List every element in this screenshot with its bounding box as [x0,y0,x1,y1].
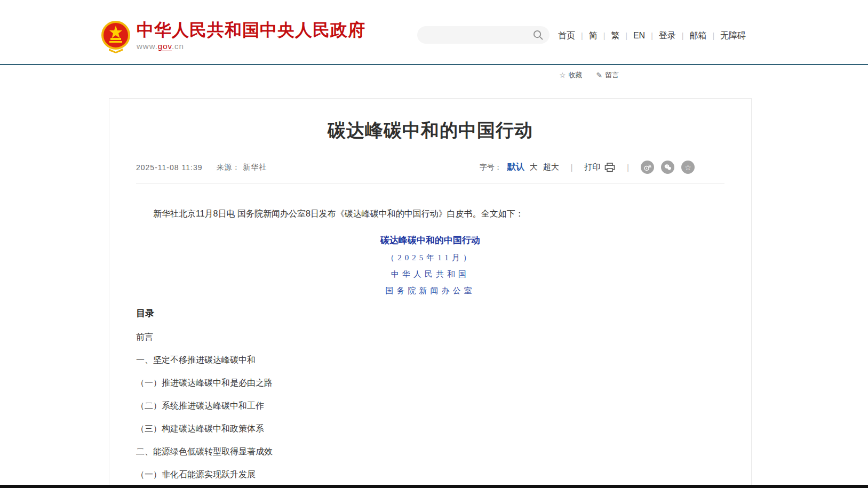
search-icon[interactable] [533,30,543,40]
site-header: 中华人民共和国中央人民政府 www.gov.cn 首页 简 繁 EN 登录 邮箱… [0,0,868,64]
site-url-suffix: .cn [172,42,184,51]
nav-home[interactable]: 首页 [558,30,589,42]
article-card: 碳达峰碳中和的中国行动 2025-11-08 11:39 来源： 新华社 字号：… [109,98,752,488]
toc-item-1-1[interactable]: （一）推进碳达峰碳中和是必由之路 [136,378,724,388]
font-size-default[interactable]: 默认 [507,162,524,173]
font-size-label: 字号： [480,163,502,172]
share-weibo-button[interactable] [641,161,654,174]
doc-author-line1: 中华人民共和国 [136,269,724,279]
nav-mail[interactable]: 邮箱 [689,30,720,42]
site-url[interactable]: www.gov.cn [137,42,365,51]
star-icon: ☆ [559,71,566,79]
article-intro: 新华社北京11月8日电 国务院新闻办公室8日发布《碳达峰碳中和的中国行动》白皮书… [136,207,724,220]
print-button[interactable]: 打印 [584,162,615,172]
nav-traditional[interactable]: 繁 [611,30,633,42]
site-title: 中华人民共和国中央人民政府 [137,20,365,39]
bottom-edge-bar [0,485,868,488]
source-value[interactable]: 新华社 [243,163,267,171]
favorite-button[interactable]: ☆ 收藏 [559,70,583,80]
search-input[interactable] [426,26,529,45]
publish-date: 2025-11-08 11:39 [136,163,202,172]
separator: | [627,163,629,172]
site-url-gov: gov [158,42,172,51]
toc-item-foreword[interactable]: 前言 [136,332,724,342]
print-label: 打印 [584,162,600,172]
font-size-xlarge[interactable]: 超大 [543,162,559,172]
star-circle-icon: ☆ [684,164,691,171]
page-actions: ☆ 收藏 ✎ 留言 [559,70,619,80]
source: 来源： 新华社 [216,163,267,172]
comment-label: 留言 [605,70,619,80]
comment-button[interactable]: ✎ 留言 [596,70,619,80]
site-url-prefix: www. [137,42,158,51]
gov-cn-article-page: { "header": { "site_title": "中华人民共和国中央人民… [0,0,868,488]
site-brand: 中华人民共和国中央人民政府 www.gov.cn [137,20,365,51]
article: 碳达峰碳中和的中国行动 2025-11-08 11:39 来源： 新华社 字号：… [109,119,751,480]
toc-item-1-3[interactable]: （三）构建碳达峰碳中和政策体系 [136,423,724,434]
printer-icon [604,163,615,172]
toc-item-1-2[interactable]: （二）系统推进碳达峰碳中和工作 [136,401,724,411]
source-label: 来源： [216,163,240,171]
national-emblem-icon [101,20,130,53]
separator: | [571,163,573,172]
toc-item-2-1[interactable]: （一）非化石能源实现跃升发展 [136,469,724,480]
pencil-icon: ✎ [596,71,603,79]
nav-english[interactable]: EN [633,31,659,41]
nav-accessibility[interactable]: 无障碍 [720,30,746,42]
toc-heading: 目录 [136,308,724,319]
share-more-button[interactable]: ☆ [681,161,695,174]
doc-author-line2: 国务院新闻办公室 [136,286,724,296]
doc-title: 碳达峰碳中和的中国行动 [136,234,724,246]
weibo-icon [643,163,651,171]
header-divider [0,64,868,65]
favorite-label: 收藏 [569,70,583,80]
toc-item-1[interactable]: 一、坚定不移推进碳达峰碳中和 [136,355,724,365]
site-logo[interactable]: 中华人民共和国中央人民政府 www.gov.cn [101,20,365,53]
toc-item-2[interactable]: 二、能源绿色低碳转型取得显著成效 [136,446,724,457]
nav-login[interactable]: 登录 [659,30,690,42]
font-size-large[interactable]: 大 [530,162,538,172]
doc-date: （2025年11月） [136,253,724,263]
search-box[interactable] [417,26,550,44]
share-wechat-button[interactable] [661,161,674,174]
top-nav: 首页 简 繁 EN 登录 邮箱 无障碍 [558,30,746,42]
article-meta-left: 2025-11-08 11:39 来源： 新华社 [136,163,267,172]
article-meta-right: 字号： 默认 大 超大 | 打印 | [480,161,695,174]
nav-simplified[interactable]: 简 [589,30,611,42]
wechat-icon [664,163,672,171]
article-title: 碳达峰碳中和的中国行动 [136,119,724,141]
share-icons: ☆ [641,161,695,174]
article-meta-row: 2025-11-08 11:39 来源： 新华社 字号： 默认 大 超大 | 打… [136,161,724,184]
